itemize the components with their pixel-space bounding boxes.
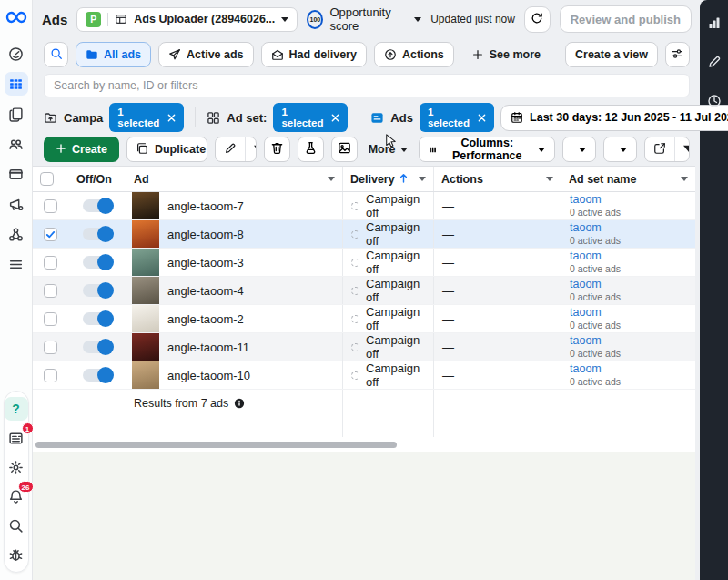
active-ads-count: 0 active ads [570, 263, 621, 275]
search-tab-button[interactable] [44, 42, 68, 67]
export-button[interactable] [645, 137, 674, 161]
results-text: Results from 7 ads [134, 397, 228, 410]
toggle-knob [97, 226, 114, 242]
ad-set-link[interactable]: taoom [570, 278, 602, 292]
row-checkbox[interactable] [44, 284, 57, 298]
ad-name[interactable]: angle-taoom-7 [167, 199, 244, 213]
edit-options-button[interactable] [245, 137, 257, 161]
profile-avatar: P [86, 12, 101, 27]
remove-filter-icon[interactable] [167, 114, 176, 122]
mail-open-icon [271, 48, 284, 61]
toggle-knob [97, 367, 114, 383]
ad-set-link[interactable]: taoom [570, 362, 602, 377]
delete-button[interactable] [264, 137, 290, 162]
row-checkbox[interactable] [44, 256, 57, 270]
tab-active-ads[interactable]: Active ads [158, 42, 254, 67]
column-header-adset[interactable]: Ad set name [561, 167, 695, 191]
info-icon[interactable] [234, 398, 245, 409]
view-settings-button[interactable] [665, 42, 690, 67]
ads-selected-chip[interactable]: 1 selected [420, 103, 494, 132]
tab-had-delivery[interactable]: Had delivery [261, 42, 367, 67]
sidebar-item-all-tools[interactable] [5, 252, 28, 276]
ab-test-button[interactable] [298, 137, 324, 162]
ad-set-link[interactable]: taoom [570, 221, 602, 236]
row-checkbox[interactable] [44, 341, 57, 354]
row-checkbox[interactable] [44, 369, 57, 382]
campaigns-selected-chip[interactable]: 1 selected [109, 103, 184, 132]
sidebar-item-audiences[interactable] [5, 132, 28, 156]
off-on-toggle[interactable] [83, 199, 113, 212]
ad-set-link[interactable]: taoom [570, 306, 602, 321]
reports-button[interactable] [603, 137, 637, 162]
row-checkbox[interactable] [44, 199, 57, 213]
sliders-icon [671, 47, 683, 63]
column-header-delivery[interactable]: Delivery [342, 167, 433, 191]
ad-set-link[interactable]: taoom [570, 334, 602, 349]
off-on-toggle[interactable] [83, 284, 113, 297]
tab-see-more[interactable]: See more [461, 42, 551, 67]
ad-sets-selected-chip[interactable]: 1 selected [273, 103, 348, 132]
row-checkbox[interactable] [44, 228, 57, 241]
toggle-knob [97, 282, 114, 299]
row-checkbox[interactable] [44, 312, 57, 326]
ad-name[interactable]: angle-taoom-11 [167, 341, 249, 354]
scope-label: Campa [64, 111, 103, 125]
sidebar-item-advertising-settings[interactable] [5, 192, 28, 216]
more-button[interactable]: More [365, 143, 411, 156]
search-input[interactable] [44, 74, 690, 97]
off-on-toggle[interactable] [83, 228, 113, 240]
sidebar-item-notifications[interactable]: 26 [5, 484, 28, 508]
ad-set-link[interactable]: taoom [570, 249, 602, 264]
ad-name[interactable]: angle-taoom-8 [167, 228, 244, 241]
ad-name[interactable]: angle-taoom-2 [167, 312, 244, 326]
right-rail-item-activity-history[interactable] [703, 89, 726, 113]
sidebar-item-billing[interactable] [5, 162, 28, 186]
meta-logo-icon[interactable] [5, 7, 28, 27]
sidebar-item-collaboration[interactable] [5, 222, 28, 246]
column-header-ad[interactable]: Ad [126, 167, 342, 191]
sidebar-item-settings[interactable] [5, 455, 28, 479]
page-title: Ads [42, 12, 67, 27]
ad-name[interactable]: angle-taoom-4 [167, 284, 244, 298]
sidebar-item-campaigns[interactable] [5, 72, 28, 96]
tab-all-ads[interactable]: All ads [76, 42, 151, 67]
sidebar-item-help[interactable]: ? [5, 397, 28, 421]
off-on-toggle[interactable] [83, 312, 113, 325]
review-and-publish-button[interactable]: Review and publish [560, 5, 692, 33]
account-selector[interactable]: P Ads Uploader (28946026... [76, 7, 298, 32]
chevron-down-icon [414, 17, 421, 22]
ad-name[interactable]: angle-taoom-3 [167, 256, 244, 270]
off-on-toggle[interactable] [83, 341, 113, 353]
remove-filter-icon[interactable] [478, 114, 486, 122]
search-bar-row [33, 71, 695, 102]
remove-filter-icon[interactable] [331, 114, 339, 122]
opportunity-score[interactable]: 100 Opportunity score [307, 5, 421, 33]
ad-name[interactable]: angle-taoom-10 [167, 369, 250, 382]
ad-set-link[interactable]: taoom [570, 193, 602, 208]
export-options-button[interactable] [674, 137, 690, 161]
edit-button[interactable] [216, 137, 245, 161]
sidebar-item-ads-reporting[interactable] [5, 102, 28, 126]
create-a-view-button[interactable]: Create a view [565, 42, 658, 67]
create-button[interactable]: Create [44, 137, 119, 162]
sidebar-item-report-bug[interactable] [5, 543, 28, 566]
duplicate-button[interactable]: Duplicate [127, 137, 207, 161]
refresh-button[interactable] [524, 6, 551, 33]
sidebar-item-search[interactable] [5, 514, 28, 537]
right-rail-item-edit[interactable] [703, 50, 726, 74]
sidebar-item-account-overview[interactable] [5, 42, 28, 66]
off-on-toggle[interactable] [83, 256, 113, 269]
date-range-button[interactable]: Last 30 days: 12 Jun 2025 - 11 Jul 2025 [500, 105, 728, 131]
select-all-checkbox[interactable] [40, 172, 54, 186]
column-header-on[interactable]: Off/On [69, 167, 126, 191]
column-header-actions[interactable]: Actions [433, 167, 561, 191]
scrollbar-thumb[interactable] [35, 442, 397, 448]
sidebar-item-updates[interactable]: 1 [5, 426, 28, 450]
breakdown-button[interactable] [562, 137, 596, 162]
off-on-toggle[interactable] [83, 369, 113, 382]
columns-button[interactable]: Columns: Performance [419, 137, 555, 162]
preview-button[interactable] [331, 137, 358, 162]
actions-value: — [442, 369, 454, 382]
right-rail-item-insights[interactable] [703, 11, 726, 35]
tab-actions[interactable]: Actions [374, 42, 454, 67]
